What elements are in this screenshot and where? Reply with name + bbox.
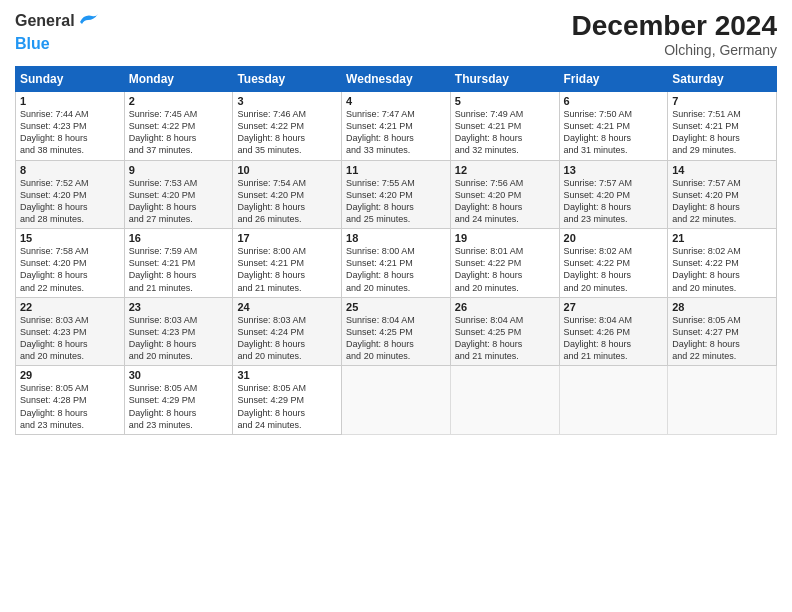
calendar-cell: 1Sunrise: 7:44 AM Sunset: 4:23 PM Daylig… [16,92,125,161]
day-info: Sunrise: 7:54 AM Sunset: 4:20 PM Dayligh… [237,177,337,226]
month-year: December 2024 [572,10,777,42]
calendar-cell: 21Sunrise: 8:02 AM Sunset: 4:22 PM Dayli… [668,229,777,298]
day-info: Sunrise: 8:05 AM Sunset: 4:28 PM Dayligh… [20,382,120,431]
day-info: Sunrise: 7:50 AM Sunset: 4:21 PM Dayligh… [564,108,664,157]
calendar-week-4: 22Sunrise: 8:03 AM Sunset: 4:23 PM Dayli… [16,297,777,366]
day-number: 20 [564,232,664,244]
day-info: Sunrise: 7:51 AM Sunset: 4:21 PM Dayligh… [672,108,772,157]
calendar-cell: 31Sunrise: 8:05 AM Sunset: 4:29 PM Dayli… [233,366,342,435]
day-info: Sunrise: 7:45 AM Sunset: 4:22 PM Dayligh… [129,108,229,157]
calendar-cell [559,366,668,435]
logo: General Blue [15,10,100,53]
day-number: 1 [20,95,120,107]
day-number: 27 [564,301,664,313]
calendar-week-2: 8Sunrise: 7:52 AM Sunset: 4:20 PM Daylig… [16,160,777,229]
title-block: December 2024 Olching, Germany [572,10,777,58]
day-number: 9 [129,164,229,176]
day-info: Sunrise: 7:57 AM Sunset: 4:20 PM Dayligh… [672,177,772,226]
day-info: Sunrise: 7:46 AM Sunset: 4:22 PM Dayligh… [237,108,337,157]
day-number: 26 [455,301,555,313]
day-number: 18 [346,232,446,244]
calendar-week-3: 15Sunrise: 7:58 AM Sunset: 4:20 PM Dayli… [16,229,777,298]
calendar-cell: 2Sunrise: 7:45 AM Sunset: 4:22 PM Daylig… [124,92,233,161]
day-info: Sunrise: 7:49 AM Sunset: 4:21 PM Dayligh… [455,108,555,157]
day-number: 12 [455,164,555,176]
day-info: Sunrise: 8:03 AM Sunset: 4:23 PM Dayligh… [20,314,120,363]
day-info: Sunrise: 7:53 AM Sunset: 4:20 PM Dayligh… [129,177,229,226]
calendar-cell: 9Sunrise: 7:53 AM Sunset: 4:20 PM Daylig… [124,160,233,229]
day-number: 22 [20,301,120,313]
day-info: Sunrise: 8:03 AM Sunset: 4:24 PM Dayligh… [237,314,337,363]
calendar-cell: 7Sunrise: 7:51 AM Sunset: 4:21 PM Daylig… [668,92,777,161]
calendar-cell: 15Sunrise: 7:58 AM Sunset: 4:20 PM Dayli… [16,229,125,298]
day-number: 2 [129,95,229,107]
calendar-cell: 16Sunrise: 7:59 AM Sunset: 4:21 PM Dayli… [124,229,233,298]
col-header-monday: Monday [124,67,233,92]
calendar-week-5: 29Sunrise: 8:05 AM Sunset: 4:28 PM Dayli… [16,366,777,435]
day-info: Sunrise: 8:03 AM Sunset: 4:23 PM Dayligh… [129,314,229,363]
calendar-cell: 14Sunrise: 7:57 AM Sunset: 4:20 PM Dayli… [668,160,777,229]
day-number: 14 [672,164,772,176]
day-info: Sunrise: 8:05 AM Sunset: 4:29 PM Dayligh… [129,382,229,431]
day-info: Sunrise: 8:02 AM Sunset: 4:22 PM Dayligh… [564,245,664,294]
day-number: 28 [672,301,772,313]
logo-general: General [15,12,75,29]
calendar-cell: 6Sunrise: 7:50 AM Sunset: 4:21 PM Daylig… [559,92,668,161]
calendar-cell: 20Sunrise: 8:02 AM Sunset: 4:22 PM Dayli… [559,229,668,298]
calendar-cell [668,366,777,435]
day-number: 30 [129,369,229,381]
calendar-cell [342,366,451,435]
calendar-cell: 25Sunrise: 8:04 AM Sunset: 4:25 PM Dayli… [342,297,451,366]
day-number: 4 [346,95,446,107]
day-number: 5 [455,95,555,107]
day-info: Sunrise: 8:05 AM Sunset: 4:29 PM Dayligh… [237,382,337,431]
day-info: Sunrise: 7:56 AM Sunset: 4:20 PM Dayligh… [455,177,555,226]
calendar-cell: 30Sunrise: 8:05 AM Sunset: 4:29 PM Dayli… [124,366,233,435]
calendar-cell: 12Sunrise: 7:56 AM Sunset: 4:20 PM Dayli… [450,160,559,229]
day-number: 13 [564,164,664,176]
day-info: Sunrise: 7:57 AM Sunset: 4:20 PM Dayligh… [564,177,664,226]
calendar-cell: 18Sunrise: 8:00 AM Sunset: 4:21 PM Dayli… [342,229,451,298]
day-number: 31 [237,369,337,381]
day-info: Sunrise: 8:04 AM Sunset: 4:25 PM Dayligh… [346,314,446,363]
page-container: General Blue December 2024 Olching, Germ… [0,0,792,612]
calendar-cell: 19Sunrise: 8:01 AM Sunset: 4:22 PM Dayli… [450,229,559,298]
calendar-cell: 27Sunrise: 8:04 AM Sunset: 4:26 PM Dayli… [559,297,668,366]
calendar-cell: 28Sunrise: 8:05 AM Sunset: 4:27 PM Dayli… [668,297,777,366]
calendar-cell: 24Sunrise: 8:03 AM Sunset: 4:24 PM Dayli… [233,297,342,366]
day-number: 15 [20,232,120,244]
day-info: Sunrise: 8:01 AM Sunset: 4:22 PM Dayligh… [455,245,555,294]
calendar-cell: 17Sunrise: 8:00 AM Sunset: 4:21 PM Dayli… [233,229,342,298]
calendar-week-1: 1Sunrise: 7:44 AM Sunset: 4:23 PM Daylig… [16,92,777,161]
day-number: 25 [346,301,446,313]
col-header-wednesday: Wednesday [342,67,451,92]
calendar-cell: 22Sunrise: 8:03 AM Sunset: 4:23 PM Dayli… [16,297,125,366]
calendar-cell: 26Sunrise: 8:04 AM Sunset: 4:25 PM Dayli… [450,297,559,366]
col-header-thursday: Thursday [450,67,559,92]
day-info: Sunrise: 8:00 AM Sunset: 4:21 PM Dayligh… [346,245,446,294]
day-info: Sunrise: 7:59 AM Sunset: 4:21 PM Dayligh… [129,245,229,294]
location: Olching, Germany [572,42,777,58]
logo-bird-icon [76,10,100,34]
calendar-cell: 10Sunrise: 7:54 AM Sunset: 4:20 PM Dayli… [233,160,342,229]
col-header-sunday: Sunday [16,67,125,92]
calendar-cell: 23Sunrise: 8:03 AM Sunset: 4:23 PM Dayli… [124,297,233,366]
day-number: 7 [672,95,772,107]
day-number: 8 [20,164,120,176]
day-number: 3 [237,95,337,107]
day-info: Sunrise: 7:44 AM Sunset: 4:23 PM Dayligh… [20,108,120,157]
day-info: Sunrise: 7:47 AM Sunset: 4:21 PM Dayligh… [346,108,446,157]
day-number: 24 [237,301,337,313]
calendar-cell: 5Sunrise: 7:49 AM Sunset: 4:21 PM Daylig… [450,92,559,161]
header: General Blue December 2024 Olching, Germ… [15,10,777,58]
col-header-saturday: Saturday [668,67,777,92]
col-header-tuesday: Tuesday [233,67,342,92]
day-info: Sunrise: 8:04 AM Sunset: 4:26 PM Dayligh… [564,314,664,363]
calendar-cell: 8Sunrise: 7:52 AM Sunset: 4:20 PM Daylig… [16,160,125,229]
calendar-header-row: SundayMondayTuesdayWednesdayThursdayFrid… [16,67,777,92]
calendar-cell: 4Sunrise: 7:47 AM Sunset: 4:21 PM Daylig… [342,92,451,161]
day-number: 21 [672,232,772,244]
day-info: Sunrise: 7:52 AM Sunset: 4:20 PM Dayligh… [20,177,120,226]
day-number: 6 [564,95,664,107]
day-info: Sunrise: 8:04 AM Sunset: 4:25 PM Dayligh… [455,314,555,363]
